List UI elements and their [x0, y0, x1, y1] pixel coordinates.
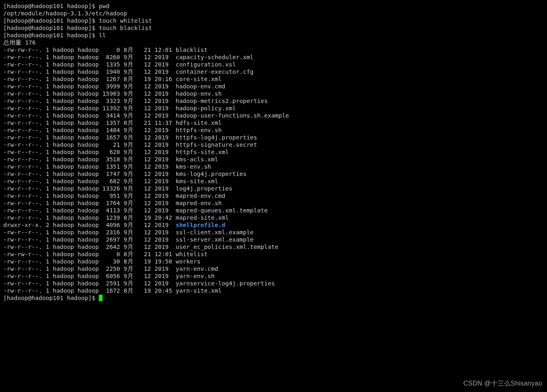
terminal-line: -rw-r--r--. 1 hadoop hadoop 15903 9月 12 …: [3, 90, 544, 97]
terminal-line: -rw-r--r--. 1 hadoop hadoop 21 9月 12 201…: [3, 141, 544, 148]
terminal-line: -rw-rw-r--. 1 hadoop hadoop 0 8月 21 12:0…: [3, 251, 544, 258]
terminal[interactable]: [hadoop@hadoop101 hadoop]$ pwd/opt/modul…: [0, 0, 547, 304]
cursor: [99, 295, 103, 301]
terminal-line: -rw-r--r--. 1 hadoop hadoop 2642 9月 12 2…: [3, 243, 544, 251]
terminal-line: -rw-rw-r--. 1 hadoop hadoop 0 8月 21 12:0…: [3, 46, 544, 54]
terminal-line: [hadoop@hadoop101 hadoop]$ pwd: [3, 2, 544, 10]
terminal-line: -rw-r--r--. 1 hadoop hadoop 2591 9月 12 2…: [3, 280, 544, 287]
terminal-line: -rw-r--r--. 1 hadoop hadoop 3518 9月 12 2…: [3, 156, 544, 163]
terminal-line: [hadoop@hadoop101 hadoop]$ touch blackli…: [3, 24, 544, 32]
terminal-line: -rw-r--r--. 1 hadoop hadoop 11392 9月 12 …: [3, 105, 544, 112]
terminal-line: drwxr-xr-x. 2 hadoop hadoop 4096 9月 12 2…: [3, 221, 544, 229]
watermark: CSDN @十三么Shisanyao: [463, 379, 542, 388]
terminal-line: -rw-r--r--. 1 hadoop hadoop 2697 9月 12 2…: [3, 236, 544, 243]
terminal-line: -rw-r--r--. 1 hadoop hadoop 1672 8月 19 2…: [3, 287, 544, 294]
terminal-line: -rw-r--r--. 1 hadoop hadoop 1239 8月 19 2…: [3, 214, 544, 221]
terminal-line: -rw-r--r--. 1 hadoop hadoop 2316 9月 12 2…: [3, 229, 544, 236]
terminal-line: -rw-r--r--. 1 hadoop hadoop 1657 9月 12 2…: [3, 134, 544, 141]
terminal-line: -rw-r--r--. 1 hadoop hadoop 4113 9月 12 2…: [3, 207, 544, 214]
terminal-line: -rw-r--r--. 1 hadoop hadoop 1351 9月 12 2…: [3, 163, 544, 170]
terminal-line: -rw-r--r--. 1 hadoop hadoop 1764 9月 12 2…: [3, 199, 544, 207]
terminal-line: -rw-r--r--. 1 hadoop hadoop 1747 9月 12 2…: [3, 170, 544, 178]
terminal-line: -rw-r--r--. 1 hadoop hadoop 3414 9月 12 2…: [3, 112, 544, 119]
terminal-line: /opt/module/hadoop-3.1.3/etc/hadoop: [3, 10, 544, 17]
terminal-line: -rw-r--r--. 1 hadoop hadoop 30 8月 19 19:…: [3, 258, 544, 265]
terminal-line: -rw-r--r--. 1 hadoop hadoop 620 9月 12 20…: [3, 148, 544, 156]
terminal-prompt-line[interactable]: [hadoop@hadoop101 hadoop]$: [3, 294, 544, 302]
terminal-line: [hadoop@hadoop101 hadoop]$ ll: [3, 32, 544, 39]
terminal-line: -rw-r--r--. 1 hadoop hadoop 1940 9月 12 2…: [3, 68, 544, 75]
terminal-line: -rw-r--r--. 1 hadoop hadoop 951 9月 12 20…: [3, 192, 544, 199]
terminal-line: -rw-r--r--. 1 hadoop hadoop 3999 9月 12 2…: [3, 83, 544, 90]
terminal-line: -rw-r--r--. 1 hadoop hadoop 6056 9月 12 2…: [3, 272, 544, 280]
terminal-line: -rw-r--r--. 1 hadoop hadoop 682 9月 12 20…: [3, 178, 544, 185]
terminal-line: -rw-r--r--. 1 hadoop hadoop 1267 8月 19 2…: [3, 75, 544, 83]
terminal-line: -rw-r--r--. 1 hadoop hadoop 1484 9月 12 2…: [3, 126, 544, 134]
terminal-line: -rw-r--r--. 1 hadoop hadoop 8260 9月 12 2…: [3, 54, 544, 61]
terminal-line: 总用量 176: [3, 39, 544, 46]
terminal-line: -rw-r--r--. 1 hadoop hadoop 1335 9月 12 2…: [3, 61, 544, 68]
terminal-line: -rw-r--r--. 1 hadoop hadoop 3323 9月 12 2…: [3, 97, 544, 105]
directory-name: shellprofile.d: [176, 222, 225, 228]
terminal-line: [hadoop@hadoop101 hadoop]$ touch whiteli…: [3, 17, 544, 24]
terminal-line: -rw-r--r--. 1 hadoop hadoop 1357 8月 21 1…: [3, 119, 544, 126]
terminal-line: -rw-r--r--. 1 hadoop hadoop 2250 9月 12 2…: [3, 265, 544, 272]
terminal-line: -rw-r--r--. 1 hadoop hadoop 13326 9月 12 …: [3, 185, 544, 192]
